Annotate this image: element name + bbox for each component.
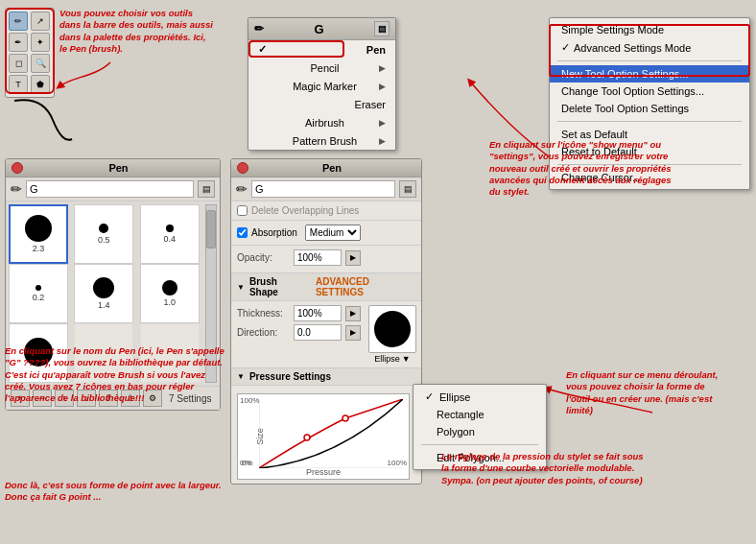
direction-input[interactable] bbox=[294, 324, 342, 341]
pen-props-title: Pen bbox=[322, 162, 342, 174]
direction-label: Direction: bbox=[237, 327, 290, 338]
library-menu-btn[interactable]: ▤ bbox=[198, 180, 215, 198]
svg-point-2 bbox=[304, 435, 310, 440]
shape-rectangle-label: Rectangle bbox=[437, 409, 484, 420]
thickness-arrow-btn[interactable]: ▶ bbox=[345, 306, 361, 321]
delete-overlapping-checkbox[interactable] bbox=[237, 205, 248, 216]
pen-props-titlebar: Pen bbox=[231, 159, 421, 177]
thickness-input[interactable] bbox=[294, 305, 342, 321]
pressure-graph[interactable]: 100% 0% Size 0% 100% Pressure bbox=[237, 393, 410, 480]
opacity-row: Opacity: ▶ bbox=[237, 249, 415, 266]
library-pen-icon: ✏ bbox=[11, 181, 22, 197]
opacity-section: Opacity: ▶ bbox=[231, 246, 421, 273]
delete-overlapping-section: Delete Overlapping Lines bbox=[231, 201, 421, 221]
library-annotation-2: Donc là, c'est sous forme de point avec … bbox=[5, 480, 235, 504]
pen-option-eraser[interactable]: ✓ Eraser bbox=[248, 95, 395, 113]
pen-option-airbrush[interactable]: ✓ Airbrush ▶ bbox=[248, 113, 395, 131]
brush-cell-2[interactable]: 0.4 bbox=[140, 204, 200, 264]
pen-props-toolbar: ✏ ▤ bbox=[231, 177, 421, 201]
pen-library-toolbar: ✏ ▤ bbox=[6, 177, 220, 201]
library-annotation-1: En cliquant sur le nom du Pen (ici, le P… bbox=[5, 345, 225, 405]
absorption-checkbox[interactable] bbox=[237, 227, 248, 238]
pressure-content: 100% 0% Size 0% 100% Pressure bbox=[231, 386, 421, 484]
settings-annotation: En cliquant sur l'icône "show menu" ou "… bbox=[489, 139, 681, 199]
settings-advanced-mode[interactable]: ✓ Advanced Settings Mode bbox=[550, 38, 749, 57]
pen-library-title: Pen bbox=[108, 162, 128, 174]
shape-polygon[interactable]: Polygon bbox=[413, 423, 546, 440]
absorption-select[interactable]: Medium Low High bbox=[305, 225, 361, 241]
pen-option-pen[interactable]: ✓ Pen bbox=[248, 40, 395, 59]
thickness-row: Thickness: ▶ bbox=[237, 305, 361, 321]
svg-point-3 bbox=[343, 415, 348, 421]
shape-ellipse-label: Ellipse bbox=[439, 391, 470, 403]
settings-divider-2 bbox=[557, 121, 742, 122]
pen-option-pattern-brush-label: Pattern Brush bbox=[293, 135, 357, 147]
settings-simple-mode[interactable]: Simple Settings Mode bbox=[550, 21, 749, 38]
brush-shape-triangle: ▼ bbox=[237, 283, 245, 292]
settings-simple-mode-label: Simple Settings Mode bbox=[561, 24, 664, 35]
zoom-tool-btn[interactable]: 🔍 bbox=[31, 54, 50, 73]
pen-tool-btn[interactable]: ✏ bbox=[9, 12, 28, 31]
pen-props-panel: Pen ✏ ▤ Delete Overlapping Lines Absorpt… bbox=[230, 158, 422, 485]
pen-header-icon: ✏ bbox=[254, 22, 264, 35]
pressure-x-label: Pressure bbox=[306, 467, 341, 477]
thickness-label: Thickness: bbox=[237, 308, 290, 319]
brush-shape-arrow: ▼ bbox=[402, 354, 411, 364]
arrow-tool-btn[interactable]: ↗ bbox=[31, 12, 50, 31]
pressure-section-title: Pressure Settings bbox=[249, 371, 331, 382]
pen-option-pen-label: Pen bbox=[366, 44, 386, 56]
brush-shape-content: Thickness: ▶ Direction: ▶ Ellipse ▼ bbox=[231, 301, 421, 368]
settings-new-tool-label: New Tool Option Settings... bbox=[561, 68, 688, 80]
brush-size-2: 0.4 bbox=[163, 234, 176, 244]
pressure-x-0: 0% bbox=[242, 459, 253, 467]
pressure-y-max: 100% bbox=[240, 396, 259, 405]
brush-shape-section-header[interactable]: ▼ Brush Shape Advanced Settings bbox=[231, 273, 421, 301]
brush-shape-title: Brush Shape bbox=[249, 276, 306, 297]
calligraphy-tool-btn[interactable]: ✒ bbox=[9, 33, 28, 52]
shape-polygon-label: Polygon bbox=[437, 426, 475, 438]
pressure-triangle: ▼ bbox=[237, 372, 245, 381]
absorption-label: Absorption bbox=[251, 227, 297, 238]
shape-divider bbox=[421, 444, 538, 445]
check-icon: ✓ bbox=[258, 43, 267, 56]
brush-shape-dropdown-btn[interactable]: Ellipse ▼ bbox=[374, 354, 410, 364]
settings-new-tool[interactable]: New Tool Option Settings... bbox=[550, 65, 749, 83]
brush-size-1: 0.5 bbox=[98, 235, 110, 245]
brush-cell-3[interactable]: 0.2 bbox=[9, 264, 68, 323]
library-name-input[interactable] bbox=[26, 180, 194, 198]
pressure-annotation: Le réglage de la pression du stylet se f… bbox=[441, 451, 652, 486]
brush-size-0: 2.3 bbox=[33, 244, 45, 253]
shape-rectangle[interactable]: Rectangle bbox=[413, 406, 546, 423]
pen-option-pencil[interactable]: ✓ Pencil ▶ bbox=[248, 59, 395, 77]
brush-cell-5[interactable]: 1.0 bbox=[140, 264, 200, 323]
submenu-arrow-pencil: ▶ bbox=[379, 63, 386, 73]
pen-props-menu-btn[interactable]: ▤ bbox=[399, 180, 416, 198]
direction-row: Direction: ▶ bbox=[237, 324, 361, 341]
opacity-arrow-btn[interactable]: ▶ bbox=[345, 250, 361, 266]
pen-props-name-input[interactable] bbox=[251, 180, 395, 198]
settings-delete-tool[interactable]: Delete Tool Option Settings bbox=[550, 100, 749, 117]
pressure-section-header[interactable]: ▼ Pressure Settings bbox=[231, 368, 421, 386]
opacity-input[interactable] bbox=[294, 249, 342, 266]
pen-option-magic-marker[interactable]: ✓ Magic Marker ▶ bbox=[248, 77, 395, 95]
settings-change-tool[interactable]: Change Tool Option Settings... bbox=[550, 83, 749, 100]
brush-cell-1[interactable]: 0.5 bbox=[74, 204, 133, 264]
opacity-label: Opacity: bbox=[237, 252, 290, 263]
submenu-arrow-pattern: ▶ bbox=[379, 136, 386, 146]
panel-close-btn[interactable] bbox=[12, 162, 23, 174]
shape-ellipse[interactable]: Ellipse bbox=[413, 388, 546, 406]
brush-cell-4[interactable]: 1.4 bbox=[74, 264, 133, 323]
pen-option-pattern-brush[interactable]: ✓ Pattern Brush ▶ bbox=[248, 131, 395, 150]
pen-props-close[interactable] bbox=[237, 162, 248, 174]
shape-tool-btn[interactable]: ✦ bbox=[31, 33, 50, 52]
pen-menu-icon[interactable]: ▤ bbox=[374, 21, 390, 36]
rect-tool-btn[interactable]: ◻ bbox=[9, 54, 28, 73]
brush-ellipse bbox=[369, 306, 416, 353]
direction-arrow-btn[interactable]: ▶ bbox=[345, 325, 361, 341]
pen-name-label: G bbox=[314, 22, 323, 36]
brush-cell-0[interactable]: 2.3 bbox=[9, 204, 68, 264]
pen-option-airbrush-label: Airbrush bbox=[305, 117, 344, 129]
pressure-graph-svg bbox=[259, 399, 403, 468]
pen-option-pencil-label: Pencil bbox=[311, 62, 340, 74]
brush-stroke-preview bbox=[5, 91, 82, 154]
